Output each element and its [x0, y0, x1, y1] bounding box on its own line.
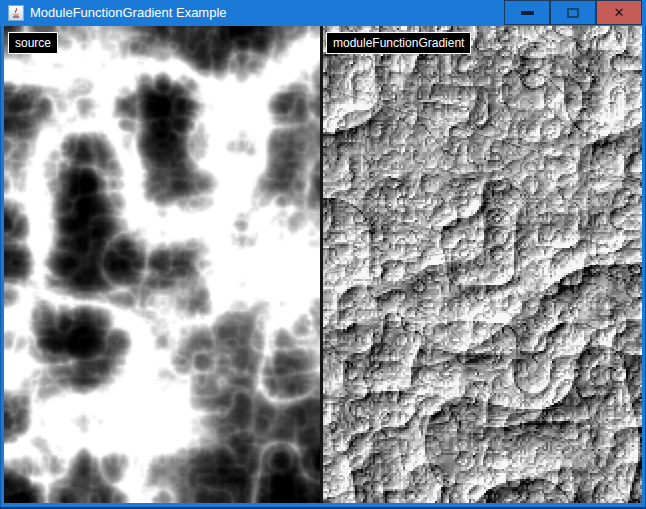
java-coffee-cup-icon: [8, 5, 24, 21]
canvas-area: source moduleFunctionGradient: [4, 26, 642, 503]
source-image: [4, 26, 320, 503]
source-label: source: [8, 32, 58, 54]
module-function-gradient-label: moduleFunctionGradient: [326, 32, 471, 54]
close-button[interactable]: ✕: [596, 0, 642, 25]
window-controls: ✕: [504, 0, 642, 26]
minimize-button[interactable]: [504, 0, 550, 25]
close-icon: ✕: [614, 6, 625, 19]
app-window: ModuleFunctionGradient Example ✕ source …: [0, 0, 646, 509]
panel-source: source: [4, 26, 320, 503]
panel-module-function-gradient: moduleFunctionGradient: [323, 26, 642, 503]
titlebar[interactable]: ModuleFunctionGradient Example ✕: [0, 0, 646, 26]
minimize-icon: [521, 11, 534, 15]
module-function-gradient-image: [323, 26, 642, 503]
window-title: ModuleFunctionGradient Example: [30, 0, 227, 26]
maximize-icon: [567, 8, 579, 18]
maximize-button[interactable]: [550, 0, 596, 25]
